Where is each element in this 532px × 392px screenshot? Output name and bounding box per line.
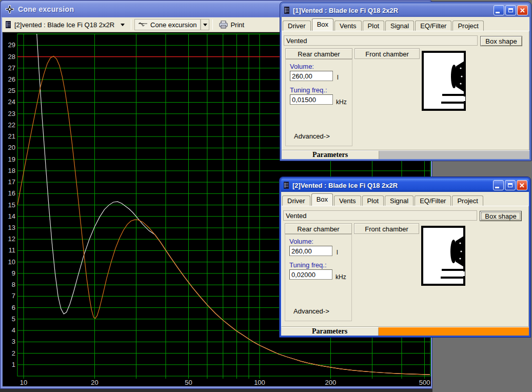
tab-box[interactable]: Box [311,193,333,206]
tab-vents[interactable]: Vents [334,195,361,206]
main-window-title: Cone excursion [18,5,74,13]
svg-text:20: 20 [91,379,98,386]
svg-text:13: 13 [8,224,15,231]
tuning-freq-unit: kHz [336,99,347,106]
maximize-button[interactable] [505,5,516,15]
volume-label: Volume: [289,238,313,245]
tab-project[interactable]: Project [452,21,483,31]
tab-bar: DriverBoxVentsPlotSignalEQ/FilterProject [281,192,529,206]
project-selector-value: [2]vented : Blade Ice Fi Q18 2x2R [14,21,114,29]
svg-text:28: 28 [8,53,15,61]
parameters-progress [379,151,529,159]
rear-chamber-button[interactable]: Rear chamber [285,223,352,234]
svg-text:50: 50 [185,379,192,386]
svg-text:5: 5 [12,315,15,323]
tab-plot[interactable]: Plot [363,21,384,31]
svg-text:6: 6 [12,304,15,311]
vented-window-1: [1]Vented : Blade Ice Fi Q18 2x2R ✕ Driv… [280,2,531,161]
plot-type-dropdown-button[interactable] [201,19,209,30]
svg-text:11: 11 [9,246,16,254]
tuning-freq-label: Tuning freq.: [289,261,327,269]
svg-text:22: 22 [8,121,15,129]
parameters-rollup[interactable]: Parameters [282,150,529,159]
tab-eq-filter[interactable]: EQ/Filter [415,21,451,31]
plot-type-selector[interactable]: Cone excursion [134,19,201,30]
box-shape-diagram [422,51,466,111]
parameters-label[interactable]: Parameters [281,327,379,336]
tab-signal[interactable]: Signal [385,195,413,206]
toolbar-separator [212,19,213,30]
tab-vents[interactable]: Vents [334,21,362,31]
front-chamber-button[interactable]: Front chamber [354,223,419,234]
chevron-down-icon[interactable] [121,24,125,26]
box-shape-button[interactable]: Box shape [480,36,522,46]
volume-label: Volume: [290,63,314,70]
svg-text:500: 500 [419,379,430,386]
close-button[interactable]: ✕ [517,5,528,15]
tab-signal[interactable]: Signal [385,21,414,31]
svg-text:25: 25 [8,87,15,94]
tab-box[interactable]: Box [312,18,333,31]
parameters-rollup[interactable]: Parameters [281,327,529,336]
minimize-icon [495,187,499,188]
advanced-link[interactable]: Advanced-> [294,132,330,140]
tab-driver[interactable]: Driver [283,21,311,31]
tab-project[interactable]: Project [452,195,483,206]
svg-text:12: 12 [8,235,15,243]
svg-text:15: 15 [8,201,15,209]
minimize-button[interactable] [494,5,504,15]
maximize-button[interactable] [505,180,516,190]
close-icon: ✕ [520,7,525,14]
volume-unit: l [337,74,339,81]
tab-eq-filter[interactable]: EQ/Filter [415,195,451,206]
tab-plot[interactable]: Plot [362,195,384,206]
close-button[interactable]: ✕ [517,180,527,190]
svg-text:20: 20 [8,144,15,151]
print-button[interactable]: Print [216,19,247,30]
rear-chamber-group: Volume: l Tuning freq.: kHz Advanced-> [285,59,352,146]
box-tab-panel: Vented Box shape Rear chamber Front cham… [281,206,529,327]
svg-text:200: 200 [325,379,337,386]
minimize-button[interactable] [493,180,504,190]
chevron-down-icon [203,24,207,26]
svg-text:27: 27 [8,64,15,72]
tab-driver[interactable]: Driver [282,195,310,206]
toolbar-separator [131,19,131,30]
box-shape-button[interactable]: Box shape [480,211,522,221]
svg-text:21: 21 [8,132,15,140]
tuning-freq-label: Tuning freq.: [290,86,327,94]
minimize-icon [496,12,500,13]
window-titlebar[interactable]: [2]Vented : Blade Ice Fi Q18 2x2R ✕ [281,179,529,192]
tuning-freq-input[interactable] [289,269,332,280]
volume-input[interactable] [290,71,333,81]
box-tab-panel: Vented Box shape Rear chamber Front cham… [282,31,529,150]
speaker-driver-icon [451,61,464,92]
tab-bar: DriverBoxVentsPlotSignalEQ/FilterProject [282,17,529,31]
svg-text:10: 10 [20,379,27,386]
tuning-freq-input[interactable] [290,94,333,105]
parameters-label[interactable]: Parameters [282,151,379,159]
speaker-driver-icon [450,236,464,267]
project-icon [5,21,11,28]
curve-icon [139,22,148,27]
svg-text:2: 2 [12,349,15,357]
front-chamber-button[interactable]: Front chamber [354,48,420,59]
svg-text:29: 29 [8,41,15,49]
box-type-field[interactable]: Vented [284,35,478,46]
box-shape-diagram [421,226,465,286]
window-titlebar[interactable]: [1]Vented : Blade Ice Fi Q18 2x2R ✕ [282,4,529,17]
project-selector[interactable]: [2]vented : Blade Ice Fi Q18 2x2R [2,20,128,30]
maximize-icon [508,8,513,12]
svg-text:23: 23 [8,110,15,117]
svg-text:24: 24 [8,98,15,106]
box-type-field[interactable]: Vented [283,210,477,221]
maximize-icon [508,183,513,187]
svg-text:7: 7 [12,292,15,300]
svg-text:19: 19 [8,155,15,163]
rear-chamber-button[interactable]: Rear chamber [285,48,352,59]
print-button-label: Print [230,21,244,29]
advanced-link[interactable]: Advanced-> [293,307,329,315]
svg-text:8: 8 [12,281,15,288]
volume-input[interactable] [289,246,332,256]
parameters-progress [379,327,529,336]
